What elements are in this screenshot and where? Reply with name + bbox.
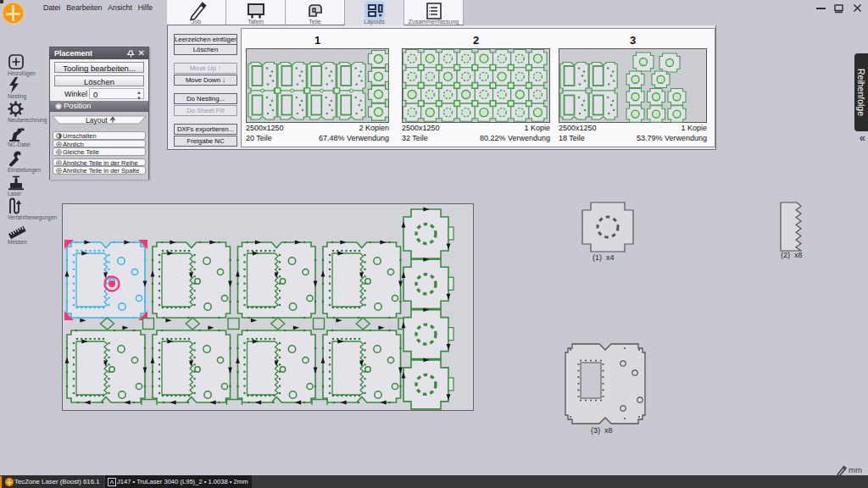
svg-text:Layout: Layout (86, 116, 108, 125)
